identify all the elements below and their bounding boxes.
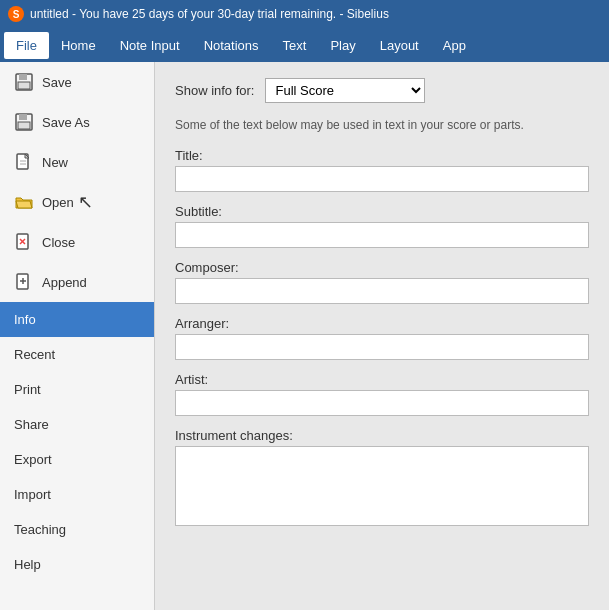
title-label: Title: bbox=[175, 148, 589, 163]
title-bar: S untitled - You have 25 days of your 30… bbox=[0, 0, 609, 28]
menu-notations[interactable]: Notations bbox=[192, 32, 271, 59]
main-layout: Save Save As New bbox=[0, 62, 609, 610]
sidebar-import-label: Import bbox=[14, 487, 51, 502]
title-input[interactable] bbox=[175, 166, 589, 192]
sidebar-share-label: Share bbox=[14, 417, 49, 432]
sidebar-item-info[interactable]: Info bbox=[0, 302, 154, 337]
sidebar-item-share[interactable]: Share bbox=[0, 407, 154, 442]
composer-input[interactable] bbox=[175, 278, 589, 304]
composer-group: Composer: bbox=[175, 260, 589, 304]
sidebar-item-recent[interactable]: Recent bbox=[0, 337, 154, 372]
sidebar-info-label: Info bbox=[14, 312, 36, 327]
arranger-group: Arranger: bbox=[175, 316, 589, 360]
cursor-indicator: ↖ bbox=[78, 193, 93, 211]
menu-app[interactable]: App bbox=[431, 32, 478, 59]
svg-rect-5 bbox=[18, 122, 30, 129]
sidebar-item-import[interactable]: Import bbox=[0, 477, 154, 512]
menu-file[interactable]: File bbox=[4, 32, 49, 59]
svg-rect-1 bbox=[19, 74, 27, 80]
instrument-changes-label: Instrument changes: bbox=[175, 428, 589, 443]
window-title: untitled - You have 25 days of your 30-d… bbox=[30, 7, 389, 21]
menu-layout[interactable]: Layout bbox=[368, 32, 431, 59]
sidebar-item-export[interactable]: Export bbox=[0, 442, 154, 477]
subtitle-group: Subtitle: bbox=[175, 204, 589, 248]
menu-home[interactable]: Home bbox=[49, 32, 108, 59]
composer-label: Composer: bbox=[175, 260, 589, 275]
sidebar-close-label: Close bbox=[42, 235, 75, 250]
subtitle-input[interactable] bbox=[175, 222, 589, 248]
new-icon bbox=[14, 152, 34, 172]
app-icon: S bbox=[8, 6, 24, 22]
menu-text[interactable]: Text bbox=[271, 32, 319, 59]
sidebar-item-new[interactable]: New bbox=[0, 142, 154, 182]
menu-bar: File Home Note Input Notations Text Play… bbox=[0, 28, 609, 62]
sidebar-item-teaching[interactable]: Teaching bbox=[0, 512, 154, 547]
sidebar-help-label: Help bbox=[14, 557, 41, 572]
artist-input[interactable] bbox=[175, 390, 589, 416]
close-icon bbox=[14, 232, 34, 252]
svg-rect-2 bbox=[18, 82, 30, 89]
sidebar-item-help[interactable]: Help bbox=[0, 547, 154, 582]
sidebar-item-save-as[interactable]: Save As bbox=[0, 102, 154, 142]
show-info-row: Show info for: Full Score Part 1 Part 2 bbox=[175, 78, 589, 103]
sidebar-print-label: Print bbox=[14, 382, 41, 397]
arranger-input[interactable] bbox=[175, 334, 589, 360]
append-icon bbox=[14, 272, 34, 292]
svg-rect-4 bbox=[19, 114, 27, 120]
info-notice: Some of the text below may be used in te… bbox=[175, 117, 589, 134]
title-group: Title: bbox=[175, 148, 589, 192]
sidebar-item-close[interactable]: Close bbox=[0, 222, 154, 262]
save-as-icon bbox=[14, 112, 34, 132]
subtitle-label: Subtitle: bbox=[175, 204, 589, 219]
artist-group: Artist: bbox=[175, 372, 589, 416]
sidebar: Save Save As New bbox=[0, 62, 155, 610]
show-info-select[interactable]: Full Score Part 1 Part 2 bbox=[265, 78, 425, 103]
artist-label: Artist: bbox=[175, 372, 589, 387]
arranger-label: Arranger: bbox=[175, 316, 589, 331]
sidebar-save-label: Save bbox=[42, 75, 72, 90]
sidebar-item-print[interactable]: Print bbox=[0, 372, 154, 407]
sidebar-teaching-label: Teaching bbox=[14, 522, 66, 537]
sidebar-open-label: Open bbox=[42, 195, 74, 210]
sidebar-item-save[interactable]: Save bbox=[0, 62, 154, 102]
sidebar-append-label: Append bbox=[42, 275, 87, 290]
save-icon bbox=[14, 72, 34, 92]
open-icon bbox=[14, 192, 34, 212]
menu-play[interactable]: Play bbox=[318, 32, 367, 59]
content-area: Show info for: Full Score Part 1 Part 2 … bbox=[155, 62, 609, 610]
sidebar-new-label: New bbox=[42, 155, 68, 170]
sidebar-export-label: Export bbox=[14, 452, 52, 467]
menu-note-input[interactable]: Note Input bbox=[108, 32, 192, 59]
instrument-changes-group: Instrument changes: bbox=[175, 428, 589, 529]
instrument-changes-textarea[interactable] bbox=[175, 446, 589, 526]
sidebar-item-append[interactable]: Append bbox=[0, 262, 154, 302]
sidebar-save-as-label: Save As bbox=[42, 115, 90, 130]
sidebar-item-open[interactable]: Open ↖ bbox=[0, 182, 154, 222]
sidebar-recent-label: Recent bbox=[14, 347, 55, 362]
show-info-label: Show info for: bbox=[175, 83, 255, 98]
